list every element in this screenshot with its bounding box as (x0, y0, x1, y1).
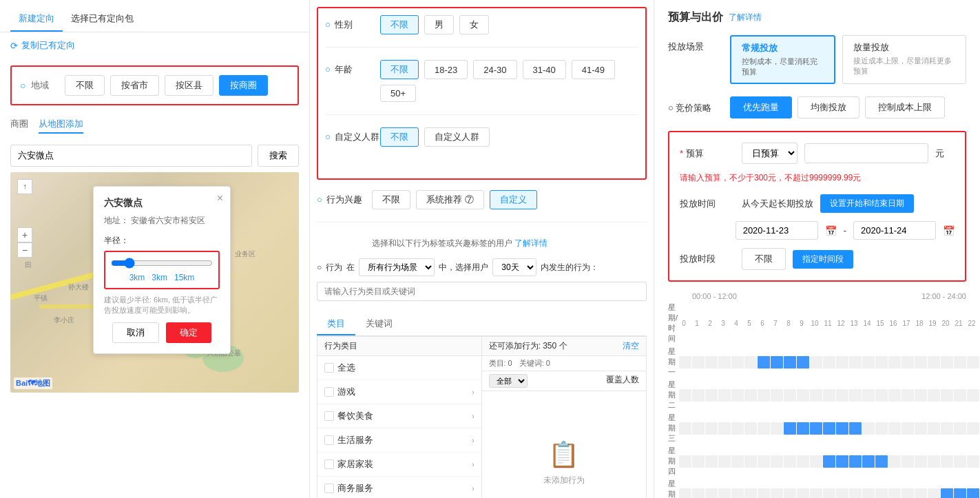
hour-cell-星期一-2[interactable] (705, 356, 718, 369)
hour-cell-星期五-1[interactable] (692, 488, 705, 499)
hour-cell-星期三-7[interactable] (771, 422, 783, 435)
hour-cell-星期二-19[interactable] (928, 389, 940, 402)
hour-cell-星期四-5[interactable] (744, 455, 757, 468)
time-seg-custom[interactable]: 指定时间段 (793, 250, 853, 269)
hour-cell-星期二-8[interactable] (784, 389, 796, 402)
hour-cell-星期二-17[interactable] (901, 389, 914, 402)
hour-cell-星期三-4[interactable] (731, 422, 744, 435)
hour-cell-星期二-16[interactable] (888, 389, 901, 402)
map-tab-commercial[interactable]: 商圈 (10, 118, 28, 134)
hour-cell-星期一-7[interactable] (771, 356, 783, 369)
custom-btn-custom[interactable]: 自定义人群 (424, 127, 490, 147)
hour-cell-星期四-13[interactable] (849, 455, 862, 468)
time-seg-unlimited[interactable]: 不限 (742, 248, 786, 270)
hour-cell-星期二-9[interactable] (797, 389, 809, 402)
bid-btn-balanced[interactable]: 均衡投放 (797, 96, 859, 118)
hour-cell-星期一-0[interactable] (679, 356, 691, 369)
hour-cell-星期一-22[interactable] (967, 356, 979, 369)
hour-cell-星期二-14[interactable] (862, 389, 875, 402)
map-zoom-in[interactable]: + (17, 227, 32, 242)
hour-cell-星期一-3[interactable] (718, 356, 731, 369)
hour-cell-星期四-2[interactable] (705, 455, 718, 468)
hour-cell-星期四-0[interactable] (679, 455, 691, 468)
hour-cell-星期四-22[interactable] (967, 455, 979, 468)
radius-15km[interactable]: 15km (174, 273, 194, 282)
hour-cell-星期五-0[interactable] (679, 488, 691, 499)
set-date-range-button[interactable]: 设置开始和结束日期 (820, 194, 914, 213)
category-tab-category[interactable]: 类目 (317, 313, 355, 335)
hour-cell-星期三-9[interactable] (797, 422, 809, 435)
category-item-game[interactable]: 游戏 › (317, 380, 481, 404)
hour-cell-星期二-3[interactable] (718, 389, 731, 402)
hour-cell-星期五-6[interactable] (758, 488, 770, 499)
hour-cell-星期三-18[interactable] (915, 422, 927, 435)
gender-btn-unlimited[interactable]: 不限 (380, 15, 419, 34)
scene-volume[interactable]: 放量投放 接近成本上限，尽量消耗更多预算 (842, 35, 966, 84)
hour-cell-星期三-10[interactable] (810, 422, 822, 435)
hour-cell-星期三-8[interactable] (784, 422, 796, 435)
behavior-btn-recommended[interactable]: 系统推荐 ⑦ (416, 190, 484, 209)
hour-cell-星期四-10[interactable] (810, 455, 822, 468)
hour-cell-星期四-7[interactable] (771, 455, 783, 468)
hour-cell-星期五-5[interactable] (744, 488, 757, 499)
hour-cell-星期四-8[interactable] (784, 455, 796, 468)
radius-3km-2[interactable]: 3km (152, 273, 167, 282)
hour-cell-星期四-15[interactable] (875, 455, 888, 468)
hour-cell-星期二-6[interactable] (758, 389, 770, 402)
hour-cell-星期三-17[interactable] (901, 422, 914, 435)
hour-cell-星期四-6[interactable] (758, 455, 770, 468)
tab-existing[interactable]: 选择已有定向包 (63, 7, 142, 32)
hour-cell-星期三-5[interactable] (744, 422, 757, 435)
hour-cell-星期五-8[interactable] (784, 488, 796, 499)
category-item-business[interactable]: 商务服务 › (317, 477, 481, 498)
hour-cell-星期三-11[interactable] (823, 422, 835, 435)
hour-cell-星期三-2[interactable] (705, 422, 718, 435)
hour-cell-星期五-22[interactable] (967, 488, 979, 499)
hour-cell-星期一-8[interactable] (784, 356, 796, 369)
hour-cell-星期三-13[interactable] (849, 422, 862, 435)
hour-cell-星期三-16[interactable] (888, 422, 901, 435)
hour-cell-星期五-4[interactable] (731, 488, 744, 499)
hour-cell-星期二-12[interactable] (836, 389, 848, 402)
radius-3km-1[interactable]: 3km (129, 273, 145, 282)
behavior-btn-unlimited[interactable]: 不限 (372, 190, 410, 209)
hour-cell-星期二-18[interactable] (915, 389, 927, 402)
hour-cell-星期一-12[interactable] (836, 356, 848, 369)
hour-cell-星期四-12[interactable] (836, 455, 848, 468)
radius-slider[interactable] (111, 258, 213, 269)
hour-cell-星期二-20[interactable] (941, 389, 953, 402)
hour-cell-星期三-21[interactable] (954, 422, 966, 435)
region-btn-unlimited[interactable]: 不限 (65, 75, 105, 96)
hour-cell-星期五-2[interactable] (705, 488, 718, 499)
hour-cell-星期二-21[interactable] (954, 389, 966, 402)
hour-cell-星期三-14[interactable] (862, 422, 875, 435)
search-input[interactable] (10, 145, 252, 167)
hour-cell-星期五-16[interactable] (888, 488, 901, 499)
hour-cell-星期五-7[interactable] (771, 488, 783, 499)
coverage-select[interactable]: 全部 (489, 374, 528, 388)
behavior-days-select[interactable]: 30天 (492, 258, 536, 276)
hour-cell-星期二-13[interactable] (849, 389, 862, 402)
category-item-home[interactable]: 家居家装 › (317, 453, 481, 477)
budget-amount-input[interactable] (804, 143, 928, 163)
hour-cell-星期一-19[interactable] (928, 356, 940, 369)
hour-cell-星期四-18[interactable] (915, 455, 927, 468)
hour-cell-星期五-9[interactable] (797, 488, 809, 499)
custom-btn-unlimited[interactable]: 不限 (380, 127, 419, 147)
hour-cell-星期五-20[interactable] (941, 488, 953, 499)
hour-cell-星期一-9[interactable] (797, 356, 809, 369)
hour-cell-星期一-17[interactable] (901, 356, 914, 369)
hour-cell-星期一-15[interactable] (875, 356, 888, 369)
map-compass[interactable]: ↑ (17, 179, 32, 194)
hour-cell-星期四-19[interactable] (928, 455, 940, 468)
search-button[interactable]: 搜索 (258, 145, 299, 167)
budget-type-select[interactable]: 日预算 (742, 143, 797, 164)
age-btn-31-40[interactable]: 31-40 (523, 60, 566, 79)
gender-btn-female[interactable]: 女 (459, 15, 489, 34)
hour-cell-星期二-22[interactable] (967, 389, 979, 402)
hour-cell-星期一-10[interactable] (810, 356, 822, 369)
hour-cell-星期二-0[interactable] (679, 389, 691, 402)
region-btn-circle[interactable]: 按商圈 (219, 75, 268, 96)
hour-cell-星期二-11[interactable] (823, 389, 835, 402)
hour-cell-星期四-3[interactable] (718, 455, 731, 468)
